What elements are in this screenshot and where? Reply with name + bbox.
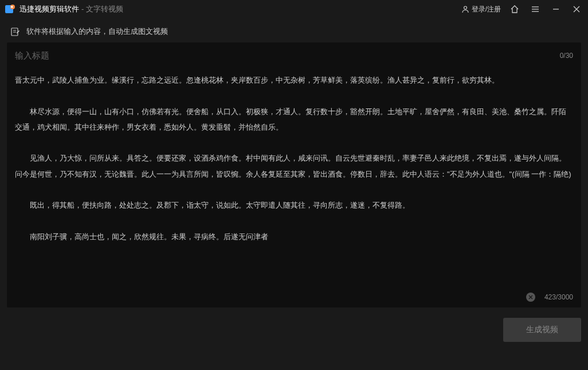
login-label: 登录/注册 xyxy=(472,5,501,14)
action-bar: 生成视频 xyxy=(0,307,588,342)
content-wrapper: 0/30 晋太元中，武陵人捕鱼为业。缘溪行，忘路之远近。忽逢桃花林，夹岸数百步，… xyxy=(0,42,588,307)
title-row: 0/30 xyxy=(7,42,581,67)
info-text: 软件将根据输入的内容，自动生成图文视频 xyxy=(26,26,168,37)
hamburger-icon xyxy=(531,5,539,13)
generate-button[interactable]: 生成视频 xyxy=(503,318,581,342)
edit-icon xyxy=(10,26,21,37)
body-textarea[interactable]: 晋太元中，武陵人捕鱼为业。缘溪行，忘路之远近。忽逢桃花林，夹岸数百步，中无杂树，… xyxy=(7,67,581,289)
menu-button[interactable] xyxy=(528,2,542,16)
login-button[interactable]: 登录/注册 xyxy=(461,5,501,14)
close-button[interactable] xyxy=(570,2,583,16)
info-bar: 软件将根据输入的内容，自动生成图文视频 xyxy=(0,18,588,42)
minimize-button[interactable] xyxy=(549,2,563,16)
svg-point-4 xyxy=(464,6,467,9)
close-icon xyxy=(573,5,581,13)
titlebar-right: 登录/注册 xyxy=(461,2,583,16)
app-title: 迅捷视频剪辑软件 xyxy=(19,4,79,14)
home-icon xyxy=(510,5,519,14)
app-logo-icon xyxy=(5,3,16,15)
home-button[interactable] xyxy=(508,2,522,16)
editor-panel: 0/30 晋太元中，武陵人捕鱼为业。缘溪行，忘路之远近。忽逢桃花林，夹岸数百步，… xyxy=(7,42,581,307)
title-counter: 0/30 xyxy=(560,52,573,60)
body-counter: 423/3000 xyxy=(544,293,573,301)
app-subtitle: - 文字转视频 xyxy=(81,4,123,14)
titlebar: 迅捷视频剪辑软件 - 文字转视频 登录/注册 xyxy=(0,0,588,18)
svg-point-1 xyxy=(10,5,15,9)
user-icon xyxy=(461,5,469,13)
clear-button[interactable] xyxy=(526,293,535,302)
minimize-icon xyxy=(552,5,560,13)
x-icon xyxy=(528,295,533,299)
title-input[interactable] xyxy=(15,50,560,60)
body-footer: 423/3000 xyxy=(7,289,581,307)
